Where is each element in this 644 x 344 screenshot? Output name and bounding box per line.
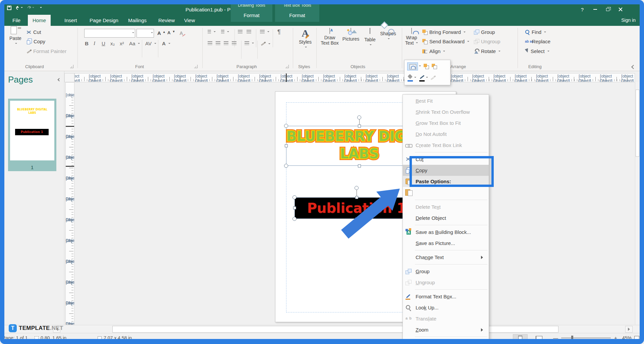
- resize-handle[interactable]: [292, 195, 297, 199]
- increase-indent-button[interactable]: [247, 30, 251, 34]
- align-objects-button[interactable]: Align: [422, 48, 445, 54]
- tab-review[interactable]: Review: [154, 15, 179, 26]
- styles-button[interactable]: A Styles: [295, 28, 316, 50]
- align-center-button[interactable]: [216, 41, 220, 45]
- subscript-button[interactable]: x₂: [110, 41, 115, 46]
- grow-font-button[interactable]: A▲: [157, 30, 166, 36]
- page-thumbnail[interactable]: BLUEBERRY DIGITALLABS Publication 1 1: [8, 99, 56, 171]
- send-backward-icon[interactable]: [432, 64, 437, 69]
- show-paragraph-marks-button[interactable]: ¶: [277, 29, 281, 36]
- resize-handle[interactable]: [284, 164, 288, 168]
- ungroup-button[interactable]: Ungroup: [474, 39, 500, 44]
- context-menu-item[interactable]: [403, 224, 489, 227]
- format-painter-button[interactable]: Format Painter: [26, 48, 66, 54]
- scroll-right-button[interactable]: [625, 326, 633, 333]
- context-menu-item[interactable]: Format Text Box...: [403, 291, 489, 302]
- collapse-panel-icon[interactable]: [58, 78, 61, 82]
- fit-page-button[interactable]: [632, 334, 641, 342]
- numbering-button[interactable]: [221, 30, 229, 34]
- redo-button[interactable]: [28, 6, 34, 10]
- tab-mailings[interactable]: Mailings: [123, 15, 151, 26]
- tab-format-drawing[interactable]: Format: [231, 12, 272, 18]
- context-menu-item[interactable]: Create Text Box Link: [403, 140, 489, 151]
- pictures-button[interactable]: Pictures: [341, 28, 361, 42]
- group-button[interactable]: Group: [474, 29, 495, 35]
- qat-customize-button[interactable]: [40, 7, 42, 9]
- vertical-ruler[interactable]: [object Object][object Object][object Ob…: [65, 82, 74, 325]
- context-menu-item[interactable]: Ungroup: [403, 277, 489, 288]
- bring-forward-button[interactable]: Bring Forward: [422, 29, 466, 35]
- context-menu-item[interactable]: Translate: [403, 313, 489, 324]
- font-dialog-launcher[interactable]: [194, 65, 198, 68]
- tab-format-textbox[interactable]: Format: [275, 12, 319, 18]
- context-menu-item[interactable]: Do Not Autofit: [403, 129, 489, 140]
- resize-handle[interactable]: [358, 164, 361, 167]
- tab-file[interactable]: File: [8, 15, 25, 26]
- wrap-text-button[interactable]: WrapText: [404, 28, 419, 46]
- columns-button[interactable]: [260, 30, 269, 34]
- context-menu-item[interactable]: Best Fit: [403, 95, 489, 106]
- context-menu-item[interactable]: [403, 249, 489, 252]
- bold-button[interactable]: B: [85, 41, 89, 46]
- align-left-button[interactable]: [208, 41, 212, 45]
- resize-handle[interactable]: [358, 125, 361, 128]
- draw-text-box-button[interactable]: A DrawText Box: [320, 28, 339, 46]
- title-text-box[interactable]: Publication 1: [294, 197, 419, 219]
- tab-home[interactable]: Home: [28, 15, 51, 26]
- rotation-handle[interactable]: [355, 186, 359, 190]
- context-menu-item[interactable]: Save as Picture...: [403, 238, 489, 249]
- clipboard-dialog-launcher[interactable]: [70, 65, 73, 68]
- bring-forward-icon[interactable]: [424, 64, 429, 69]
- context-menu-item[interactable]: Save as Building Block...: [403, 227, 489, 238]
- context-menu-item[interactable]: Change Text: [403, 252, 489, 263]
- help-button[interactable]: ?: [576, 4, 589, 15]
- context-menu-item[interactable]: Look Up...: [403, 302, 489, 313]
- horizontal-scrollbar-thumb[interactable]: [112, 326, 558, 333]
- object-position[interactable]: 0.80, 1.65 in.: [35, 335, 68, 341]
- save-icon[interactable]: [7, 6, 11, 10]
- object-size[interactable]: 7.07 x 4.58 in.: [98, 335, 133, 341]
- context-menu-item[interactable]: [403, 151, 489, 154]
- context-menu-item[interactable]: Shrink Text On Overflow: [403, 106, 489, 117]
- resize-handle[interactable]: [355, 196, 358, 199]
- context-menu-item[interactable]: Delete Text: [403, 201, 489, 212]
- undo-button[interactable]: [16, 6, 23, 10]
- vertical-scrollbar[interactable]: [635, 82, 640, 325]
- context-menu-item[interactable]: [403, 198, 489, 201]
- decrease-indent-button[interactable]: [238, 30, 243, 34]
- textbox-tools-contextual-tab[interactable]: Text Box Tools Format: [275, 0, 319, 22]
- tab-view[interactable]: View: [179, 15, 200, 26]
- resize-handle[interactable]: [285, 144, 288, 147]
- context-menu-item[interactable]: Hyperlink...: [403, 338, 489, 344]
- paste-button[interactable]: Paste: [7, 28, 24, 46]
- send-backward-button[interactable]: Send Backward: [422, 39, 469, 44]
- clear-formatting-button[interactable]: A: [179, 30, 185, 36]
- justify-button[interactable]: [232, 41, 236, 45]
- find-button[interactable]: Find: [525, 29, 546, 35]
- resize-handle[interactable]: [355, 217, 358, 220]
- underline-button[interactable]: U: [102, 41, 105, 46]
- sign-in-link[interactable]: Sign in: [621, 15, 636, 26]
- font-size-combo[interactable]: [137, 29, 154, 38]
- shape-outline-button[interactable]: [419, 74, 428, 82]
- context-menu-item[interactable]: Grow Text Box to Fit: [403, 117, 489, 129]
- tab-page-design[interactable]: Page Design: [85, 15, 123, 26]
- shape-fill-button[interactable]: [407, 74, 416, 82]
- horizontal-scrollbar[interactable]: [4, 325, 640, 333]
- cut-button[interactable]: Cut: [26, 29, 41, 35]
- shrink-font-button[interactable]: A▼: [167, 30, 175, 35]
- align-right-button[interactable]: [224, 41, 228, 45]
- context-menu-item[interactable]: Zoom: [403, 324, 489, 335]
- zoom-slider[interactable]: [561, 338, 611, 338]
- borders-button[interactable]: [261, 41, 270, 46]
- vertical-scrollbar-thumb[interactable]: [636, 90, 639, 157]
- zoom-slider-thumb[interactable]: [571, 336, 573, 340]
- close-button[interactable]: [614, 4, 627, 15]
- restore-button[interactable]: [601, 4, 614, 15]
- context-menu-item[interactable]: [403, 187, 489, 198]
- paragraph-dialog-launcher[interactable]: [285, 65, 289, 68]
- copy-button[interactable]: Copy: [26, 39, 45, 44]
- context-menu-item[interactable]: [403, 263, 489, 266]
- resize-handle[interactable]: [293, 206, 296, 209]
- context-menu-item[interactable]: Delete Object: [403, 212, 489, 224]
